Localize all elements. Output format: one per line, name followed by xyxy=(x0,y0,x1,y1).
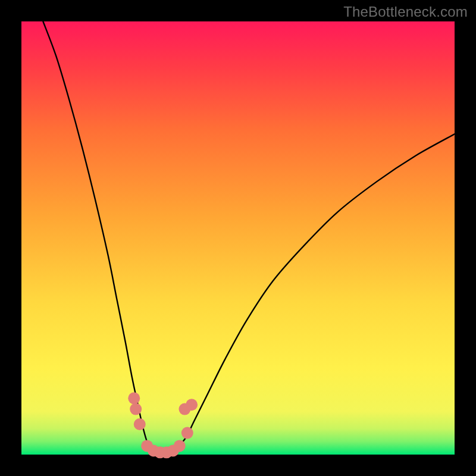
highlight-dot xyxy=(130,403,142,415)
highlight-dot xyxy=(186,399,198,411)
highlight-dot xyxy=(174,440,186,452)
chart-svg xyxy=(0,0,476,476)
chart-frame: TheBottleneck.com xyxy=(0,0,476,476)
highlight-dot xyxy=(181,427,193,439)
highlight-dot xyxy=(128,392,140,404)
highlight-dot xyxy=(134,418,146,430)
plot-background xyxy=(21,21,455,455)
